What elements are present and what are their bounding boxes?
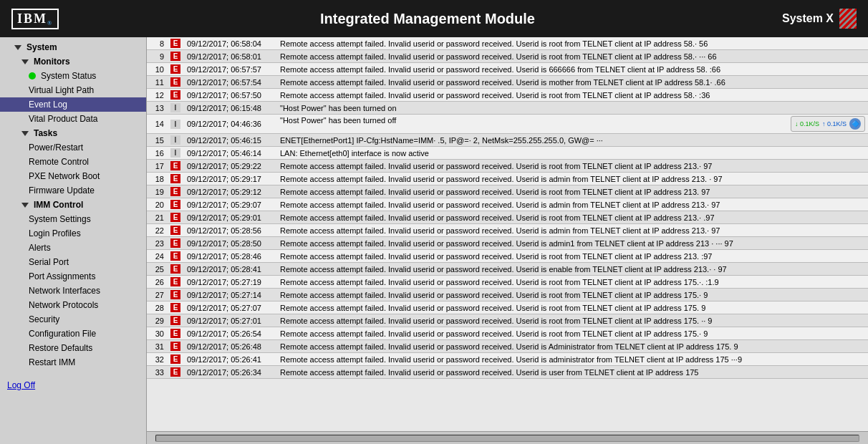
message-cell: Remote access attempt failed. Invalid us…: [277, 276, 868, 289]
row-number: 21: [147, 211, 167, 224]
sidebar-item-firmware-update[interactable]: Firmware Update: [0, 183, 146, 198]
table-row[interactable]: 31E09/12/2017; 05:26:48Remote access att…: [147, 340, 868, 353]
timestamp-cell: 09/12/2017; 05:29:01: [184, 211, 277, 224]
sidebar-item-configuration-file[interactable]: Configuration File: [0, 327, 146, 341]
table-row[interactable]: 8E09/12/2017; 06:58:04Remote access atte…: [147, 37, 868, 50]
system-x-stripe-icon: [839, 9, 857, 29]
timestamp-cell: 09/12/2017; 05:27:07: [184, 301, 277, 314]
timestamp-cell: 09/12/2017; 05:27:14: [184, 289, 277, 301]
table-row[interactable]: 33E09/12/2017; 05:26:34Remote access att…: [147, 366, 868, 379]
timestamp-cell: 09/12/2017; 05:28:50: [184, 237, 277, 250]
row-number: 18: [147, 173, 167, 185]
sidebar-item-remote-control[interactable]: Remote Control: [0, 155, 146, 169]
message-cell: Remote access attempt failed. Invalid us…: [277, 50, 868, 63]
message-cell: Remote access attempt failed. Invalid us…: [277, 314, 868, 327]
sidebar-item-network-interfaces[interactable]: Network Interfaces: [0, 284, 146, 298]
table-row[interactable]: 27E09/12/2017; 05:27:14Remote access att…: [147, 289, 868, 301]
severity-badge: E: [170, 213, 180, 222]
row-number: 15: [147, 134, 167, 147]
table-row[interactable]: 26E09/12/2017; 05:27:19Remote access att…: [147, 276, 868, 289]
sidebar-item-vital-product-data[interactable]: Vital Product Data: [0, 112, 146, 126]
log-table-wrapper[interactable]: 8E09/12/2017; 06:58:04Remote access atte…: [147, 37, 868, 431]
severity-badge: E: [170, 64, 180, 74]
event-log-table: 8E09/12/2017; 06:58:04Remote access atte…: [147, 37, 868, 379]
sidebar-item-tasks[interactable]: Tasks: [0, 126, 146, 140]
sidebar-item-restart-imm[interactable]: Restart IMM: [0, 355, 146, 370]
table-row[interactable]: 20E09/12/2017; 05:29:07Remote access att…: [147, 198, 868, 211]
message-cell: Remote access attempt failed. Invalid us…: [277, 327, 868, 340]
sidebar-item-power-restart[interactable]: Power/Restart: [0, 140, 146, 155]
log-off-link[interactable]: Log Off: [0, 378, 146, 392]
timestamp-cell: 09/12/2017; 06:57:54: [184, 76, 277, 89]
sidebar-item-system-settings[interactable]: System Settings: [0, 212, 146, 226]
sidebar-item-system[interactable]: System: [0, 40, 146, 54]
sidebar-item-system-status[interactable]: System Status: [0, 69, 146, 83]
severity-cell: E: [167, 63, 184, 76]
message-cell: Remote access attempt failed. Invalid us…: [277, 301, 868, 314]
table-row[interactable]: 10E09/12/2017; 06:57:57Remote access att…: [147, 63, 868, 76]
sidebar-item-monitors[interactable]: Monitors: [0, 54, 146, 69]
table-row[interactable]: 28E09/12/2017; 05:27:07Remote access att…: [147, 301, 868, 314]
header-title: Integrated Management Module: [73, 11, 782, 27]
table-row[interactable]: 23E09/12/2017; 05:28:50Remote access att…: [147, 237, 868, 250]
message-cell: Remote access attempt failed. Invalid us…: [277, 250, 868, 263]
severity-badge: E: [170, 354, 180, 364]
severity-badge: E: [170, 52, 180, 61]
table-row[interactable]: 12E09/12/2017; 06:57:50Remote access att…: [147, 89, 868, 102]
table-row[interactable]: 15I09/12/2017; 05:46:15ENET[EthernetPort…: [147, 134, 868, 147]
sidebar-item-imm-control[interactable]: IMM Control: [0, 198, 146, 212]
severity-badge: E: [170, 187, 180, 196]
row-number: 27: [147, 289, 167, 301]
sidebar-item-login-profiles[interactable]: Login Profiles: [0, 226, 146, 241]
message-cell: Remote access attempt failed. Invalid us…: [277, 63, 868, 76]
table-row[interactable]: 32E09/12/2017; 05:26:41Remote access att…: [147, 353, 868, 366]
message-cell: Remote access attempt failed. Invalid us…: [277, 198, 868, 211]
table-row[interactable]: 13I09/12/2017; 06:15:48"Host Power" has …: [147, 102, 868, 115]
sidebar-item-serial-port[interactable]: Serial Port: [0, 255, 146, 269]
table-row[interactable]: 9E09/12/2017; 06:58:01Remote access atte…: [147, 50, 868, 63]
content-area: 8E09/12/2017; 06:58:04Remote access atte…: [147, 37, 868, 444]
sidebar-item-network-protocols[interactable]: Network Protocols: [0, 298, 146, 312]
severity-badge: I: [170, 148, 180, 158]
timestamp-cell: 09/12/2017; 06:58:01: [184, 50, 277, 63]
table-row[interactable]: 16I09/12/2017; 05:46:14LAN: Ethernet[eth…: [147, 147, 868, 160]
table-row[interactable]: 22E09/12/2017; 05:28:56Remote access att…: [147, 224, 868, 237]
severity-cell: I: [167, 115, 184, 134]
chevron-down-icon: [21, 59, 29, 64]
severity-badge: E: [170, 174, 180, 183]
timestamp-cell: 09/12/2017; 05:26:54: [184, 327, 277, 340]
severity-cell: E: [167, 250, 184, 263]
message-cell: Remote access attempt failed. Invalid us…: [277, 366, 868, 379]
table-row[interactable]: 19E09/12/2017; 05:29:12Remote access att…: [147, 185, 868, 198]
severity-cell: E: [167, 50, 184, 63]
severity-badge: E: [170, 200, 180, 209]
table-row[interactable]: 11E09/12/2017; 06:57:54Remote access att…: [147, 76, 868, 89]
horizontal-scrollbar[interactable]: [155, 435, 859, 442]
sidebar-item-virtual-light-path[interactable]: Virtual Light Path: [0, 83, 146, 97]
main-layout: System Monitors System Status Virtual Li…: [0, 37, 868, 444]
table-row[interactable]: 18E09/12/2017; 05:29:17Remote access att…: [147, 173, 868, 185]
sidebar-item-alerts[interactable]: Alerts: [0, 241, 146, 255]
sidebar-item-pxe-network-boot[interactable]: PXE Network Boot: [0, 169, 146, 183]
severity-cell: E: [167, 185, 184, 198]
sidebar-item-port-assignments[interactable]: Port Assignments: [0, 269, 146, 284]
severity-badge: E: [170, 238, 180, 248]
sidebar-item-security[interactable]: Security: [0, 312, 146, 327]
table-row[interactable]: 29E09/12/2017; 05:27:01Remote access att…: [147, 314, 868, 327]
severity-cell: E: [167, 173, 184, 185]
severity-cell: E: [167, 263, 184, 276]
row-number: 9: [147, 50, 167, 63]
table-row[interactable]: 21E09/12/2017; 05:29:01Remote access att…: [147, 211, 868, 224]
severity-cell: I: [167, 147, 184, 160]
table-row[interactable]: 17E09/12/2017; 05:29:22Remote access att…: [147, 160, 868, 173]
severity-cell: E: [167, 314, 184, 327]
table-row[interactable]: 24E09/12/2017; 05:28:46Remote access att…: [147, 250, 868, 263]
sidebar-item-event-log[interactable]: Event Log: [0, 97, 146, 112]
table-row[interactable]: 14I09/12/2017; 04:46:36"Host Power" has …: [147, 115, 868, 134]
row-number: 28: [147, 301, 167, 314]
table-row[interactable]: 30E09/12/2017; 05:26:54Remote access att…: [147, 327, 868, 340]
sidebar-item-restore-defaults[interactable]: Restore Defaults: [0, 341, 146, 355]
severity-cell: E: [167, 37, 184, 50]
table-row[interactable]: 25E09/12/2017; 05:28:41Remote access att…: [147, 263, 868, 276]
row-number: 11: [147, 76, 167, 89]
